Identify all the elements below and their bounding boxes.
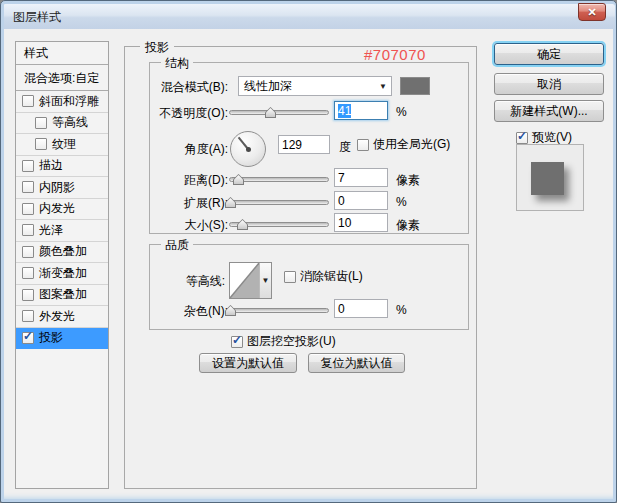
angle-dial[interactable]	[230, 131, 266, 167]
noise-slider[interactable]	[229, 304, 329, 317]
close-button[interactable]: ✕	[578, 3, 606, 21]
noise-slider-track[interactable]	[229, 308, 329, 313]
satin-checkbox[interactable]: ✓	[22, 224, 34, 236]
spread-slider[interactable]	[229, 196, 329, 209]
global-light-checkbox[interactable]: ✓	[357, 139, 369, 151]
outer-glow-checkbox[interactable]: ✓	[22, 310, 34, 322]
contour-thumbnail[interactable]	[230, 263, 259, 298]
blend-mode-value: 线性加深	[244, 78, 292, 95]
size-label: 大小(S):	[133, 217, 228, 234]
sidebar-item-color-overlay[interactable]: ✓ 颜色叠加	[16, 242, 108, 264]
spread-unit: %	[396, 195, 407, 209]
bevel-emboss-checkbox[interactable]: ✓	[22, 95, 34, 107]
quality-legend: 品质	[161, 237, 193, 254]
sidebar-item-outer-glow[interactable]: ✓ 外发光	[16, 306, 108, 328]
size-input[interactable]: 10	[334, 213, 388, 232]
size-slider[interactable]	[229, 218, 329, 231]
sidebar-item-drop-shadow[interactable]: ✓ 投影	[16, 328, 108, 350]
window-title: 图层样式	[13, 9, 61, 26]
sidebar-item-satin[interactable]: ✓ 光泽	[16, 220, 108, 242]
angle-input[interactable]: 129	[278, 135, 330, 154]
chevron-down-icon[interactable]: ▼	[259, 263, 271, 298]
sidebar-item-gradient-overlay[interactable]: ✓ 渐变叠加	[16, 263, 108, 285]
reset-default-button[interactable]: 复位为默认值	[308, 353, 405, 373]
angle-value: 129	[282, 138, 302, 152]
color-overlay-checkbox[interactable]: ✓	[22, 246, 34, 258]
knockout-option[interactable]: ✓ 图层挖空投影(U)	[231, 333, 336, 350]
size-slider-thumb[interactable]	[237, 219, 248, 230]
sidebar-item-contour[interactable]: ✓ 等高线	[16, 113, 108, 135]
size-value: 10	[338, 216, 351, 230]
inner-shadow-checkbox[interactable]: ✓	[22, 181, 34, 193]
structure-legend: 结构	[161, 55, 193, 72]
sidebar-item-bevel-emboss[interactable]: ✓ 斜面和浮雕	[16, 91, 108, 113]
distance-value: 7	[338, 171, 345, 185]
distance-unit: 像素	[396, 172, 420, 189]
panel-title: 投影	[140, 39, 174, 56]
layer-style-dialog: 图层样式 ✕ 样式 混合选项:自定 ✓ 斜面和浮雕 ✓ 等高线 ✓ 纹理 ✓ 描…	[0, 0, 617, 503]
new-style-button[interactable]: 新建样式(W)...	[494, 100, 604, 122]
check-icon: ✓	[232, 334, 242, 346]
opacity-input[interactable]: 41	[334, 101, 388, 120]
spread-label: 扩展(R):	[133, 195, 228, 212]
distance-slider[interactable]	[229, 173, 329, 186]
angle-unit: 度	[339, 139, 351, 156]
pattern-overlay-checkbox[interactable]: ✓	[22, 289, 34, 301]
opacity-slider[interactable]	[229, 106, 329, 119]
noise-value: 0	[338, 302, 345, 316]
contour-picker[interactable]: ▼	[229, 262, 272, 299]
opacity-unit: %	[396, 105, 407, 119]
sidebar-item-blending-options[interactable]: 混合选项:自定	[16, 65, 108, 91]
knockout-label: 图层挖空投影(U)	[247, 333, 336, 350]
angle-dial-center	[246, 147, 251, 152]
sidebar-item-stroke[interactable]: ✓ 描边	[16, 156, 108, 178]
noise-unit: %	[396, 303, 407, 317]
inner-glow-checkbox[interactable]: ✓	[22, 203, 34, 215]
knockout-checkbox[interactable]: ✓	[231, 336, 243, 348]
spread-value: 0	[338, 194, 345, 208]
blend-mode-select[interactable]: 线性加深 ▼	[238, 76, 392, 96]
opacity-label: 不透明度(O):	[133, 105, 228, 122]
preview-thumbnail	[516, 144, 584, 211]
opacity-slider-track[interactable]	[229, 110, 329, 115]
blend-mode-label: 混合模式(B):	[133, 79, 228, 96]
close-icon: ✕	[587, 7, 596, 18]
shadow-color-swatch[interactable]	[400, 77, 430, 95]
distance-label: 距离(D):	[133, 172, 228, 189]
noise-label: 杂色(N):	[133, 303, 228, 320]
anti-alias-option[interactable]: ✓ 消除锯齿(L)	[284, 268, 363, 285]
cancel-button[interactable]: 取消	[494, 73, 604, 95]
preview-checkbox[interactable]: ✓	[516, 132, 528, 144]
styles-header: 样式	[16, 42, 108, 65]
spread-input[interactable]: 0	[334, 191, 388, 210]
distance-input[interactable]: 7	[334, 168, 388, 187]
size-unit: 像素	[396, 217, 420, 234]
angle-label: 角度(A):	[133, 141, 228, 158]
sidebar-item-pattern-overlay[interactable]: ✓ 图案叠加	[16, 285, 108, 307]
ok-button[interactable]: 确定	[494, 43, 604, 65]
anti-alias-label: 消除锯齿(L)	[300, 268, 363, 285]
drop-shadow-checkbox[interactable]: ✓	[22, 332, 34, 344]
sidebar-item-inner-shadow[interactable]: ✓ 内阴影	[16, 177, 108, 199]
noise-input[interactable]: 0	[334, 299, 388, 318]
stroke-checkbox[interactable]: ✓	[22, 160, 34, 172]
distance-slider-track[interactable]	[229, 177, 329, 182]
preview-shadow-square	[531, 162, 564, 195]
texture-checkbox[interactable]: ✓	[35, 138, 47, 150]
spread-slider-track[interactable]	[229, 200, 329, 205]
sidebar-item-texture[interactable]: ✓ 纹理	[16, 134, 108, 156]
global-light-option[interactable]: ✓ 使用全局光(G)	[357, 136, 450, 153]
check-icon: ✓	[23, 330, 33, 342]
chevron-down-icon: ▼	[379, 82, 387, 91]
contour-checkbox[interactable]: ✓	[35, 117, 47, 129]
anti-alias-checkbox[interactable]: ✓	[284, 271, 296, 283]
distance-slider-thumb[interactable]	[233, 174, 244, 185]
sidebar-item-inner-glow[interactable]: ✓ 内发光	[16, 199, 108, 221]
opacity-slider-thumb[interactable]	[265, 107, 276, 118]
opacity-value: 41	[338, 104, 351, 118]
title-bar[interactable]: 图层样式	[4, 4, 615, 29]
make-default-button[interactable]: 设置为默认值	[199, 353, 297, 373]
gradient-overlay-checkbox[interactable]: ✓	[22, 267, 34, 279]
contour-picker-label: 等高线:	[133, 273, 225, 290]
styles-list: 样式 混合选项:自定 ✓ 斜面和浮雕 ✓ 等高线 ✓ 纹理 ✓ 描边 ✓ 内阴影…	[15, 41, 109, 489]
